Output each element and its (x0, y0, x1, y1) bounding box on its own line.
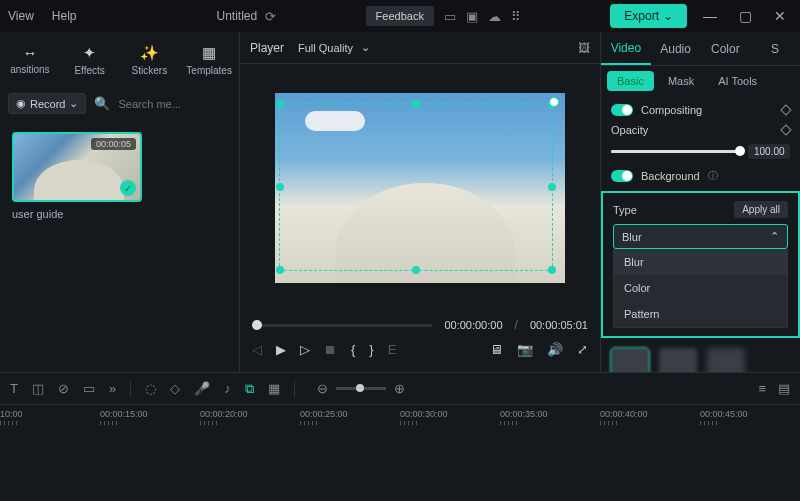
option-color[interactable]: Color (614, 275, 787, 301)
stop-icon[interactable]: ⏹ (324, 342, 337, 357)
scrub-handle[interactable] (252, 320, 262, 330)
menu-help[interactable]: Help (52, 9, 77, 23)
more-tools-icon[interactable]: » (109, 381, 116, 396)
device-icon[interactable]: ▭ (444, 9, 456, 24)
zoom-slider[interactable] (336, 387, 386, 390)
tab-templates[interactable]: ▦Templates (179, 32, 239, 87)
keyframe-diamond-icon[interactable] (780, 124, 791, 135)
menu-view[interactable]: View (8, 9, 34, 23)
compositing-label: Compositing (641, 104, 702, 116)
subtab-basic[interactable]: Basic (607, 71, 654, 91)
clock-icon[interactable]: ⟳ (265, 9, 276, 24)
scrub-track[interactable] (252, 324, 432, 327)
handle-left-mid[interactable] (276, 183, 284, 191)
qr-icon[interactable]: ⠿ (511, 9, 521, 24)
background-toggle[interactable] (611, 170, 633, 182)
marker-icon[interactable]: ◌ (145, 381, 156, 396)
tab-color[interactable]: Color (701, 32, 751, 65)
type-label: Type (613, 204, 637, 216)
main-area: ↔ansitions ✦Effects ✨Stickers ▦Templates… (0, 32, 800, 372)
rotate-handle[interactable] (549, 97, 559, 107)
mark-out-icon[interactable]: } (369, 342, 373, 357)
player-bar: Player Full Quality⌄ 🖼 (240, 32, 600, 64)
apply-all-button[interactable]: Apply all (734, 201, 788, 218)
export-button[interactable]: Export ⌄ (610, 4, 687, 28)
tab-audio[interactable]: Audio (651, 32, 701, 65)
window-maximize[interactable]: ▢ (733, 8, 758, 24)
background-section: Type Apply all Blur ⌃ Blur Color Pattern (601, 191, 800, 338)
record-button[interactable]: ◉Record ⌄ (8, 93, 86, 114)
tab-overflow[interactable]: S (750, 32, 800, 65)
tab-effects[interactable]: ✦Effects (60, 32, 120, 87)
layer-icon[interactable]: ▦ (268, 381, 280, 396)
clip-label: user guide (12, 208, 142, 220)
prev-frame-icon[interactable]: ◁ (252, 342, 262, 357)
handle-bot-mid[interactable] (412, 266, 420, 274)
media-clip[interactable]: 00:00:05 ✓ user guide (12, 132, 142, 220)
cloud-icon[interactable]: ☁ (488, 9, 501, 24)
display-icon[interactable]: 🖥 (490, 342, 503, 357)
adjust-tool-icon[interactable]: ▭ (83, 381, 95, 396)
menu-bar: View Help (8, 9, 76, 23)
type-select[interactable]: Blur ⌃ (613, 224, 788, 249)
time-total: 00:00:05:01 (530, 319, 588, 331)
help-icon[interactable]: ⓘ (708, 169, 718, 183)
mark-in-icon[interactable]: { (351, 342, 355, 357)
music-icon[interactable]: ♪ (224, 381, 231, 396)
video-preview[interactable] (275, 93, 565, 283)
shield-icon[interactable]: ◇ (170, 381, 180, 396)
subtab-mask[interactable]: Mask (658, 71, 704, 91)
snapshot-icon[interactable]: 🖼 (578, 41, 590, 55)
window-close[interactable]: ✕ (768, 8, 792, 24)
option-pattern[interactable]: Pattern (614, 301, 787, 327)
slider-handle[interactable] (356, 384, 364, 392)
crop-tool-icon[interactable]: ◫ (32, 381, 44, 396)
templates-icon: ▦ (202, 44, 216, 62)
mic-icon[interactable]: 🎤 (194, 381, 210, 396)
fullscreen-icon[interactable]: ⤢ (577, 342, 588, 357)
handle-top-mid[interactable] (412, 100, 420, 108)
slider-handle[interactable] (735, 146, 745, 156)
zoom-in-icon[interactable]: ⊕ (394, 381, 405, 396)
search-input[interactable] (118, 98, 256, 110)
opacity-value[interactable]: 100.00 (748, 144, 790, 159)
camera-icon[interactable]: 📷 (517, 342, 533, 357)
screen-icon[interactable]: ▣ (466, 9, 478, 24)
viewport (240, 64, 600, 312)
handle-bot-right[interactable] (548, 266, 556, 274)
blur-option-20[interactable]: 20% (611, 348, 649, 372)
text-tool-icon[interactable]: T (10, 381, 18, 396)
handle-top-left[interactable] (276, 100, 284, 108)
handle-bot-left[interactable] (276, 266, 284, 274)
magnet-icon[interactable]: ⧉ (245, 381, 254, 397)
window-minimize[interactable]: — (697, 8, 723, 24)
blur-option-60[interactable]: 60% (707, 348, 745, 372)
subtab-ai-tools[interactable]: AI Tools (708, 71, 767, 91)
tab-stickers[interactable]: ✨Stickers (120, 32, 180, 87)
timeline-ruler[interactable]: 10:00 00:00:15:00 00:00:20:00 00:00:25:0… (0, 405, 800, 437)
play-icon[interactable]: ▶ (276, 342, 286, 357)
handle-right-mid[interactable] (548, 183, 556, 191)
speed-tool-icon[interactable]: ⊘ (58, 381, 69, 396)
compositing-toggle[interactable] (611, 104, 633, 116)
tab-video[interactable]: Video (601, 32, 651, 65)
zoom-out-icon[interactable]: ⊖ (317, 381, 328, 396)
search-row: ◉Record ⌄ 🔍 ⫟ ••• (0, 87, 239, 120)
volume-icon[interactable]: 🔊 (547, 342, 563, 357)
blur-option-40[interactable]: 40% (659, 348, 697, 372)
tracklist-icon[interactable]: ≡ (758, 381, 766, 396)
opacity-slider[interactable] (611, 150, 740, 153)
feedback-button[interactable]: Feedback (366, 6, 434, 26)
text-icon[interactable]: E (388, 342, 397, 357)
quality-dropdown[interactable]: Full Quality⌄ (298, 41, 370, 54)
player-controls: ◁ ▶ ▷ ⏹ { } E 🖥 📷 🔊 ⤢ (252, 342, 588, 357)
next-frame-icon[interactable]: ▷ (300, 342, 310, 357)
player-label: Player (250, 41, 284, 55)
stickers-icon: ✨ (140, 44, 159, 62)
selection-box[interactable] (279, 103, 553, 271)
tab-transitions[interactable]: ↔ansitions (0, 32, 60, 87)
option-blur[interactable]: Blur (614, 249, 787, 275)
grid-icon[interactable]: ▤ (778, 381, 790, 396)
keyframe-diamond-icon[interactable] (780, 104, 791, 115)
media-bin: 00:00:05 ✓ user guide (0, 120, 239, 232)
